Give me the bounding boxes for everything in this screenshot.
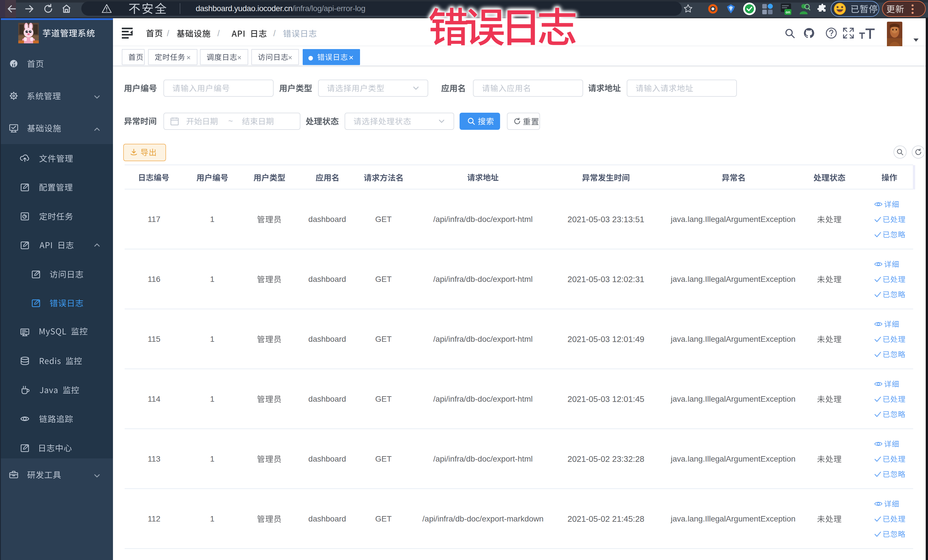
svg-text:on: on xyxy=(786,10,790,14)
